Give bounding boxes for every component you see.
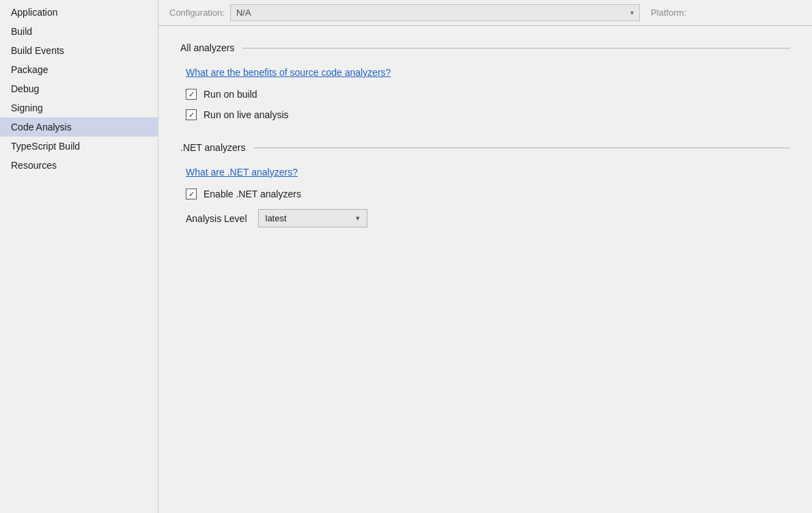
configuration-dropdown[interactable]: N/A ▾: [230, 4, 640, 21]
analysis-level-value: latest: [266, 213, 287, 223]
header-bar: Configuration: N/A ▾ Platform:: [158, 0, 812, 26]
run-on-live-row: ✓ Run on live analysis: [186, 109, 790, 120]
configuration-dropdown-arrow: ▾: [630, 9, 634, 16]
all-analyzers-title: All analyzers: [180, 42, 234, 53]
enable-net-checkbox[interactable]: ✓: [186, 189, 197, 199]
sidebar-item-debug[interactable]: Debug: [0, 79, 158, 98]
analysis-level-dropdown[interactable]: latest ▾: [258, 209, 367, 227]
enable-net-label: Enable .NET analyzers: [204, 189, 301, 199]
sidebar-item-typescript-build[interactable]: TypeScript Build: [0, 137, 158, 156]
run-on-build-checkmark: ✓: [188, 91, 195, 98]
run-on-live-checkbox[interactable]: ✓: [186, 109, 197, 120]
platform-label: Platform:: [651, 8, 686, 18]
analysis-level-label: Analysis Level: [186, 213, 247, 224]
configuration-label: Configuration:: [169, 8, 225, 18]
sidebar-item-resources[interactable]: Resources: [0, 156, 158, 175]
main-panel: Configuration: N/A ▾ Platform: All analy…: [158, 0, 812, 513]
run-on-live-checkmark: ✓: [188, 111, 195, 119]
configuration-value: N/A: [236, 8, 251, 18]
net-analyzers-title: .NET analyzers: [180, 142, 245, 153]
run-on-build-label: Run on build: [204, 89, 257, 100]
sidebar-item-application[interactable]: Application: [0, 3, 158, 22]
all-analyzers-link[interactable]: What are the benefits of source code ana…: [186, 67, 790, 78]
analysis-level-arrow: ▾: [356, 214, 360, 223]
analysis-level-row: Analysis Level latest ▾: [186, 209, 790, 227]
all-analyzers-divider: [242, 48, 790, 48]
content-area: All analyzers What are the benefits of s…: [158, 26, 812, 513]
sidebar: ApplicationBuildBuild EventsPackageDebug…: [0, 0, 158, 513]
net-analyzers-divider: [253, 148, 790, 148]
sidebar-item-code-analysis[interactable]: Code Analysis: [0, 117, 158, 137]
sidebar-item-package[interactable]: Package: [0, 60, 158, 79]
sidebar-item-build[interactable]: Build: [0, 22, 158, 41]
enable-net-checkmark: ✓: [188, 191, 195, 198]
all-analyzers-header: All analyzers: [180, 42, 790, 53]
net-analyzers-link[interactable]: What are .NET analyzers?: [186, 167, 790, 178]
all-analyzers-section: All analyzers What are the benefits of s…: [180, 42, 790, 120]
sidebar-item-signing[interactable]: Signing: [0, 98, 158, 117]
run-on-live-label: Run on live analysis: [204, 109, 289, 120]
net-analyzers-section: .NET analyzers What are .NET analyzers? …: [180, 142, 790, 227]
net-analyzers-header: .NET analyzers: [180, 142, 790, 153]
enable-net-row: ✓ Enable .NET analyzers: [186, 189, 790, 199]
run-on-build-checkbox[interactable]: ✓: [186, 89, 197, 100]
sidebar-item-build-events[interactable]: Build Events: [0, 41, 158, 60]
run-on-build-row: ✓ Run on build: [186, 89, 790, 100]
